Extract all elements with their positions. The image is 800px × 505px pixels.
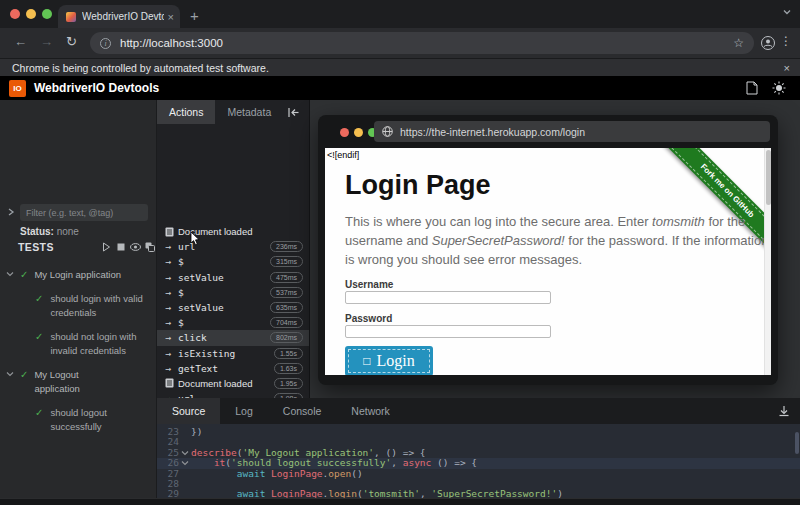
test-suite-row[interactable]: ✓My Login application — [0, 268, 156, 282]
username-field[interactable] — [345, 291, 551, 304]
duration-badge: 1.95s — [274, 378, 303, 389]
action-row[interactable]: →isExisting1.55s — [157, 346, 309, 361]
preview-url-text: https://the-internet.herokuapp.com/login — [400, 126, 585, 138]
banner-text: Chrome is being controlled by automated … — [12, 62, 784, 74]
tests-tree: ✓My Login application✓should login with … — [0, 260, 156, 444]
webdriverio-logo: IO — [9, 80, 26, 97]
fold-gutter — [179, 479, 191, 489]
code-token: 'should logout successfully' — [231, 457, 391, 468]
zoom-window-button[interactable] — [42, 9, 52, 19]
tab-actions[interactable]: Actions — [157, 100, 215, 124]
test-case-row[interactable]: ✓should logout successfully — [0, 406, 156, 434]
download-icon[interactable] — [778, 398, 790, 424]
url-text[interactable]: http://localhost:3000 — [120, 37, 733, 49]
code-token: () => { — [431, 457, 477, 468]
tests-sidebar: Status: none TESTS ✓My Login application… — [0, 100, 157, 498]
new-tab-button[interactable]: + — [190, 5, 199, 27]
action-row[interactable]: Document loaded1.95s — [157, 376, 309, 391]
fold-chevron-icon[interactable] — [179, 448, 191, 458]
bookmark-star-icon[interactable]: ☆ — [733, 36, 744, 50]
close-window-button[interactable] — [10, 9, 20, 19]
source-code-editor[interactable]: 23})2425describe('My Logout application'… — [157, 424, 800, 498]
menu-icon[interactable]: ⋮ — [780, 34, 792, 48]
report-icon[interactable] — [746, 81, 758, 95]
duration-badge: 1.63s — [274, 363, 303, 374]
collapse-panel-icon[interactable] — [287, 100, 300, 124]
line-number: 26 — [157, 458, 179, 468]
username-label: Username — [345, 279, 393, 290]
document-icon — [165, 227, 178, 237]
duration-badge: 315ms — [270, 256, 303, 267]
suite-label[interactable]: My Logout application — [34, 368, 126, 396]
page-description: This is where you can log into the secur… — [345, 212, 769, 269]
test-case-label[interactable]: should login with valid credentials — [50, 292, 154, 320]
action-row[interactable]: →$537ms — [157, 285, 309, 300]
fold-chevron-icon[interactable] — [179, 458, 191, 468]
code-token: describe — [191, 447, 237, 458]
info-icon[interactable]: i — [100, 38, 111, 49]
password-field[interactable] — [345, 325, 551, 338]
tab-source[interactable]: Source — [157, 398, 220, 424]
filter-input[interactable] — [20, 204, 148, 221]
chevron-down-icon[interactable] — [6, 271, 14, 277]
scrollbar-thumb[interactable] — [766, 150, 771, 205]
watch-eye-icon[interactable] — [130, 243, 141, 251]
preview-close-button — [340, 128, 349, 137]
tab-metadata[interactable]: Metadata — [215, 100, 283, 124]
arrow-right-icon: → — [165, 317, 178, 328]
login-button[interactable]: □ Login — [345, 346, 433, 375]
close-icon[interactable]: × — [784, 62, 790, 74]
action-row[interactable]: →url1.98s — [157, 391, 309, 398]
page-scrollbar[interactable] — [764, 148, 771, 375]
action-row[interactable]: →setValue635ms — [157, 300, 309, 315]
actions-tabbar: Actions Metadata — [157, 100, 309, 124]
action-row[interactable]: →getText1.63s — [157, 361, 309, 376]
profile-icon[interactable] — [760, 35, 776, 51]
forward-icon[interactable]: → — [40, 34, 53, 49]
test-suite-row[interactable]: ✓My Logout application — [0, 368, 156, 396]
action-row[interactable]: →click802ms — [157, 330, 309, 345]
chevron-down-icon[interactable] — [6, 371, 14, 377]
back-icon[interactable]: ← — [14, 34, 27, 49]
browser-tab[interactable]: WebdriverIO Devtools × — [58, 5, 180, 28]
browser-window: WebdriverIO Devtools × + ← → ↻ i http://… — [0, 0, 800, 505]
suite-label[interactable]: My Login application — [34, 268, 121, 282]
minimize-window-button[interactable] — [26, 9, 36, 19]
arrow-right-icon: → — [165, 256, 178, 267]
url-bar[interactable]: i http://localhost:3000 ☆ — [90, 32, 754, 54]
action-label: $ — [178, 287, 184, 298]
test-case-label[interactable]: should logout successfully — [50, 406, 154, 434]
test-case-label[interactable]: should not login with invalid credential… — [50, 330, 154, 358]
stop-tests-icon[interactable] — [117, 243, 125, 251]
chevron-down-icon[interactable] — [782, 7, 792, 17]
document-icon — [165, 378, 178, 388]
action-row[interactable]: →setValue475ms — [157, 270, 309, 285]
test-case-row[interactable]: ✓should login with valid credentials — [0, 292, 156, 320]
code-token: 'My Logout application' — [243, 447, 375, 458]
chevron-right-icon[interactable] — [7, 207, 15, 217]
code-token: , () => { — [374, 447, 425, 458]
action-row[interactable]: →url236ms — [157, 239, 309, 254]
test-case-row[interactable]: ✓should not login with invalid credentia… — [0, 330, 156, 358]
action-row[interactable]: →$704ms — [157, 315, 309, 330]
description-text: tomsmith — [652, 214, 705, 229]
theme-toggle-icon[interactable] — [772, 81, 786, 95]
tab-log[interactable]: Log — [220, 398, 268, 424]
action-row[interactable]: Document loaded — [157, 224, 309, 239]
arrow-right-icon: → — [165, 302, 178, 313]
duration-badge: 537ms — [270, 287, 303, 298]
run-tests-icon[interactable] — [102, 242, 111, 252]
arrow-right-icon: → — [165, 363, 178, 374]
tab-close-icon[interactable]: × — [168, 11, 174, 23]
editor-scrollbar-thumb[interactable] — [795, 432, 799, 454]
tab-network[interactable]: Network — [336, 398, 405, 424]
code-token: open — [328, 468, 351, 479]
code-token: await — [237, 468, 266, 479]
reload-icon[interactable]: ↻ — [66, 34, 77, 49]
copy-icon[interactable] — [145, 242, 155, 252]
tab-console[interactable]: Console — [268, 398, 337, 424]
action-row[interactable]: →$315ms — [157, 254, 309, 269]
code-token — [191, 468, 237, 479]
preview-browser-window: https://the-internet.herokuapp.com/login… — [318, 115, 778, 385]
code-token — [191, 457, 214, 468]
